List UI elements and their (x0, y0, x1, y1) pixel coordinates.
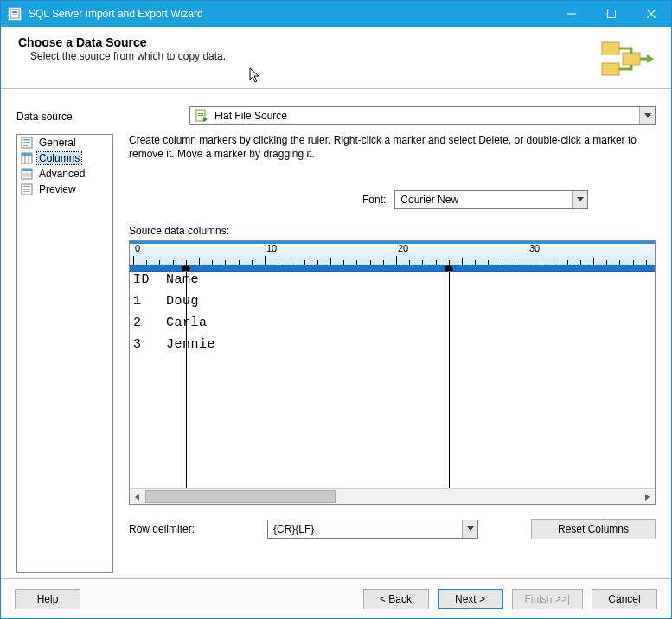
window-title: SQL Server Import and Export Wizard (29, 8, 552, 20)
main-row: General Columns Advanced Preview Create … (16, 134, 656, 573)
preview-icon (20, 182, 34, 196)
svg-rect-32 (23, 191, 30, 192)
content-area: Data source: Flat File Source General Co… (1, 89, 671, 578)
datasource-combobox[interactable]: Flat File Source (189, 106, 656, 125)
general-icon (20, 136, 34, 150)
app-icon (8, 7, 22, 21)
cancel-button[interactable]: Cancel (592, 589, 657, 609)
dropdown-icon (639, 107, 655, 124)
scroll-track[interactable] (145, 489, 639, 504)
svg-rect-18 (23, 144, 30, 144)
page-subtitle: Select the source from which to copy dat… (30, 50, 597, 62)
scroll-thumb[interactable] (145, 490, 336, 503)
sidebar-item-columns[interactable]: Columns (17, 150, 112, 166)
minimize-button[interactable] (552, 1, 592, 27)
svg-rect-30 (23, 188, 30, 188)
svg-rect-10 (623, 53, 640, 65)
horizontal-scrollbar[interactable] (130, 488, 655, 504)
svg-rect-1 (12, 11, 17, 13)
ruler-tick-label: 10 (266, 243, 277, 253)
scroll-left-button[interactable] (130, 489, 145, 504)
preview-row: 3 Jennie (130, 337, 655, 359)
back-button[interactable]: < Back (363, 589, 429, 609)
svg-rect-5 (608, 10, 616, 18)
ruler-tick-label: 30 (529, 243, 540, 253)
svg-rect-16 (23, 139, 30, 141)
columns-icon (20, 151, 34, 165)
svg-rect-9 (602, 63, 619, 75)
datasource-row: Data source: Flat File Source (16, 106, 656, 125)
column-ruler[interactable]: 010203040 (130, 241, 655, 272)
row-delimiter-value: {CR}{LF} (268, 523, 462, 535)
column-marker-handle[interactable] (182, 265, 189, 272)
ruler-tick-label: 20 (398, 243, 408, 253)
sidebar-item-label: Preview (37, 183, 78, 195)
sidebar-item-general[interactable]: General (17, 135, 112, 150)
dropdown-icon (462, 520, 477, 538)
preview-row: ID Name (130, 272, 655, 294)
close-button[interactable] (631, 1, 671, 27)
sidebar-nav: General Columns Advanced Preview (16, 134, 113, 573)
data-preview-area: ID Name1 Doug2 Carla3 Jennie (130, 272, 655, 488)
svg-rect-17 (23, 142, 30, 143)
wizard-window: SQL Server Import and Export Wizard Choo… (0, 0, 672, 619)
titlebar: SQL Server Import and Export Wizard (1, 1, 671, 27)
svg-rect-19 (23, 145, 28, 146)
svg-rect-8 (602, 42, 619, 54)
ruler-tick-label: 0 (135, 243, 140, 253)
scroll-right-button[interactable] (639, 489, 655, 504)
source-columns-grid: 010203040 ID Name1 Doug2 Carla3 Jennie (129, 240, 656, 505)
wizard-header: Choose a Data Source Select the source f… (1, 27, 671, 89)
svg-rect-2 (12, 14, 17, 15)
advanced-icon (20, 167, 34, 181)
row-delimiter-row: Row delimiter: {CR}{LF} Reset Columns (129, 519, 656, 539)
sidebar-item-label: Columns (37, 152, 81, 164)
finish-button: Finish >>| (512, 589, 583, 609)
help-button[interactable]: Help (15, 589, 80, 609)
reset-columns-button[interactable]: Reset Columns (531, 519, 656, 539)
sidebar-item-label: General (37, 137, 78, 149)
column-marker-line (449, 272, 450, 488)
datasource-value: Flat File Source (213, 110, 639, 122)
svg-rect-12 (198, 112, 203, 112)
svg-rect-25 (22, 169, 32, 171)
source-columns-label: Source data columns: (129, 225, 656, 237)
instructions-text: Create column markers by clicking the ru… (129, 134, 656, 161)
sidebar-item-label: Advanced (37, 168, 86, 180)
header-graphic-icon (597, 34, 659, 86)
row-delimiter-combobox[interactable]: {CR}{LF} (267, 520, 478, 539)
svg-rect-3 (12, 16, 17, 16)
page-title: Choose a Data Source (18, 35, 597, 49)
svg-rect-21 (22, 153, 32, 156)
maximize-button[interactable] (592, 1, 631, 27)
preview-row: 2 Carla (130, 316, 655, 337)
font-label: Font: (362, 194, 386, 206)
font-combobox[interactable]: Courier New (394, 190, 588, 209)
datasource-label: Data source: (16, 109, 189, 123)
next-button[interactable]: Next > (438, 589, 503, 609)
preview-row: 1 Doug (130, 294, 655, 316)
svg-rect-13 (198, 113, 203, 114)
columns-panel: Create column markers by clicking the ru… (113, 134, 656, 573)
svg-rect-29 (23, 186, 30, 187)
font-row: Font: Courier New (129, 190, 656, 209)
column-marker-handle[interactable] (445, 265, 452, 272)
flatfile-icon (194, 108, 209, 124)
dropdown-icon (572, 191, 587, 208)
svg-rect-14 (198, 115, 203, 116)
column-marker-line (186, 272, 187, 488)
font-value: Courier New (395, 194, 572, 206)
svg-rect-31 (23, 189, 30, 190)
wizard-footer: Help < Back Next > Finish >>| Cancel (1, 578, 671, 618)
row-delimiter-label: Row delimiter: (129, 523, 267, 535)
sidebar-item-preview[interactable]: Preview (17, 182, 112, 197)
sidebar-item-advanced[interactable]: Advanced (17, 166, 112, 182)
